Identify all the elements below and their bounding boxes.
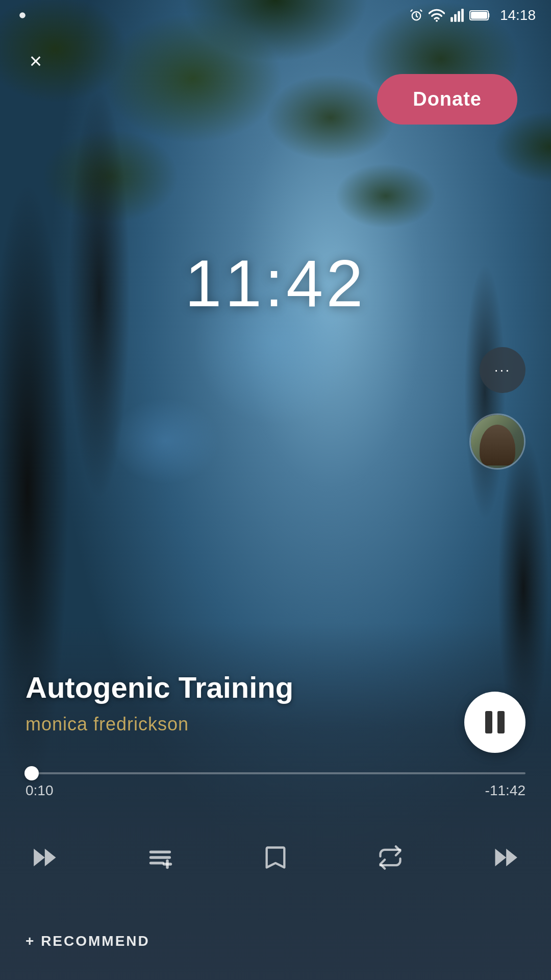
alarm-icon — [409, 8, 423, 22]
status-bar-left — [15, 8, 30, 22]
svg-point-0 — [19, 12, 26, 18]
svg-rect-6 — [461, 9, 464, 22]
svg-rect-8 — [471, 12, 487, 19]
recommend-button[interactable]: + RECOMMEND — [26, 933, 150, 949]
bookmark-button[interactable] — [255, 837, 296, 878]
more-options-button[interactable]: ··· — [480, 347, 525, 393]
progress-times: 0:10 -11:42 — [26, 782, 525, 799]
wifi-icon — [429, 8, 445, 22]
rewind-button[interactable] — [26, 837, 66, 878]
progress-track[interactable] — [26, 772, 525, 774]
donate-button[interactable]: Donate — [377, 74, 517, 125]
rewind-icon — [33, 844, 59, 871]
battery-icon — [469, 9, 491, 21]
notification-icon — [15, 8, 30, 22]
pause-button[interactable] — [464, 692, 525, 753]
signal-icon — [450, 8, 464, 22]
svg-rect-3 — [450, 17, 453, 22]
track-info: Autogenic Training monica fredrickson — [26, 670, 293, 735]
author-avatar[interactable] — [469, 413, 525, 470]
track-author: monica fredrickson — [26, 714, 293, 735]
close-button[interactable]: × — [20, 46, 51, 77]
loop-button[interactable] — [370, 837, 411, 878]
pause-icon — [485, 711, 505, 733]
add-to-queue-button[interactable] — [140, 837, 181, 878]
more-options-icon: ··· — [494, 362, 511, 378]
forward-button[interactable] — [485, 837, 525, 878]
svg-rect-4 — [454, 14, 457, 22]
timer-display: 11:42 — [185, 245, 366, 322]
progress-thumb[interactable] — [24, 766, 39, 780]
progress-container: 0:10 -11:42 — [26, 772, 525, 799]
svg-point-2 — [436, 20, 438, 22]
loop-icon — [377, 844, 404, 871]
status-time: 14:18 — [500, 7, 536, 23]
progress-remaining-time: -11:42 — [485, 782, 525, 799]
status-icons: 14:18 — [409, 7, 536, 23]
progress-current-time: 0:10 — [26, 782, 54, 799]
bookmark-icon — [262, 844, 289, 871]
track-title: Autogenic Training — [26, 670, 293, 704]
svg-rect-5 — [458, 11, 460, 22]
add-to-queue-icon — [147, 844, 174, 871]
pause-bar-right — [497, 711, 505, 733]
controls-row — [26, 837, 525, 878]
pause-bar-left — [485, 711, 492, 733]
status-bar: 14:18 — [0, 0, 551, 31]
avatar-person-silhouette — [480, 425, 515, 465]
forward-icon — [492, 844, 518, 871]
avatar-image — [471, 415, 524, 468]
